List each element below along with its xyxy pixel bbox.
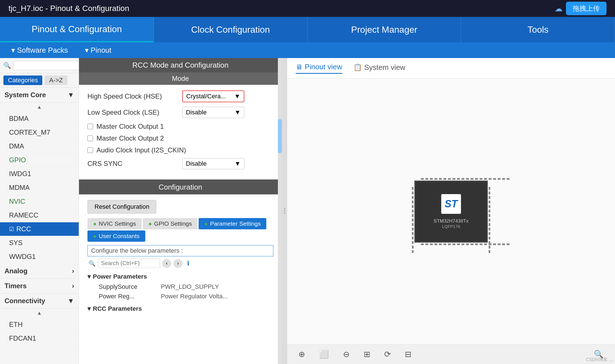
system-icon: 📋 (353, 63, 362, 71)
params-search-input[interactable] (98, 259, 160, 268)
zoom-out-button[interactable]: ⊖ (340, 348, 352, 361)
search-input[interactable] (13, 61, 79, 70)
hse-label: High Speed Clock (HSE) (87, 92, 178, 100)
filter-az[interactable]: A->Z (45, 76, 67, 85)
section-header-analog[interactable]: Analog › (0, 264, 79, 279)
tab-system-view[interactable]: 📋 System view (353, 63, 405, 74)
chip-body: ST STM32H743IITx LQFP176 (414, 181, 488, 243)
section-header-connectivity[interactable]: Connectivity ▼ (0, 294, 79, 308)
right-panel: 🖥 Pinout view 📋 System view (287, 58, 615, 364)
params-label: Configure the below parameters : (87, 245, 273, 256)
section-header-system-core[interactable]: System Core ▼ (0, 88, 79, 103)
scrollbar-thumb[interactable] (278, 119, 282, 153)
nav-pinout[interactable]: ▾ Pinout (85, 46, 111, 55)
search-icon2: 🔍 (89, 260, 96, 267)
sidebar-item-mdma[interactable]: MDMA (0, 181, 79, 195)
mco2-checkbox[interactable] (87, 136, 93, 141)
sidebar-item-dma[interactable]: DMA (0, 139, 79, 153)
title-bar: tjc_H7.ioc - Pinout & Configuration ☁ 拖拽… (0, 0, 615, 17)
search-icon: 🔍 (3, 62, 11, 69)
hse-row: High Speed Clock (HSE) Crystal/Cera... ▼ (87, 90, 273, 102)
tree-header-rcc[interactable]: ▾ RCC Parameters (87, 303, 273, 314)
mode-section: High Speed Clock (HSE) Crystal/Cera... ▼… (79, 85, 282, 179)
section-timers: Timers › (0, 279, 79, 294)
tree-header-power[interactable]: ▾ Power Parameters (87, 271, 273, 282)
chevron-right-icon: › (72, 282, 74, 290)
rotate-button[interactable]: ⟳ (381, 348, 394, 361)
tab-nvic-settings[interactable]: ● NVIC Settings (87, 218, 142, 229)
nvic-dot-icon: ● (93, 221, 96, 227)
checkbox-icon: ☑ (9, 226, 14, 232)
chevron-down-icon: ▼ (67, 91, 74, 99)
sidebar-item-sys[interactable]: SYS (0, 236, 79, 250)
mco1-checkbox[interactable] (87, 124, 93, 129)
tab-project-manager[interactable]: Project Manager (308, 17, 461, 42)
mco1-label: Master Clock Output 1 (96, 123, 164, 130)
tab-pinout-view[interactable]: 🖥 Pinout view (296, 63, 342, 74)
pins-top (420, 177, 510, 181)
audio-label: Audio Clock Input (I2S_CKIN) (96, 146, 186, 154)
audio-checkbox[interactable] (87, 147, 93, 153)
pins-left (411, 186, 414, 254)
grid-button[interactable]: ⊟ (402, 348, 414, 361)
mode-header: Mode (79, 72, 282, 85)
sidebar-item-eth[interactable]: ETH (0, 318, 79, 332)
sidebar-item-fdcan1[interactable]: FDCAN1 (0, 332, 79, 345)
mco2-row: Master Clock Output 2 (87, 134, 273, 142)
sidebar-item-gpio[interactable]: GPIO (0, 153, 79, 167)
sidebar-item-bdma[interactable]: BDMA (0, 112, 79, 126)
scroll-up-arrow[interactable]: ▲ (0, 103, 79, 112)
filter-categories[interactable]: Categories (3, 76, 42, 85)
sidebar-item-rcc[interactable]: ☑ RCC (0, 222, 79, 236)
sidebar-item-wwdg1[interactable]: WWDG1 (0, 250, 79, 264)
gpio-dot-icon: ● (148, 221, 152, 227)
config-header: Configuration (79, 180, 282, 194)
sidebar-item-nvic[interactable]: NVIC (0, 195, 79, 208)
tab-user-constants[interactable]: ● User Constants (87, 230, 145, 242)
pins-bottom (420, 243, 510, 246)
bottom-toolbar: ⊕ ⬜ ⊖ ⊞ ⟳ ⊟ 🔍 (287, 344, 615, 364)
chip-area: ST STM32H743IITx LQFP176 (287, 79, 615, 344)
section-header-timers[interactable]: Timers › (0, 279, 79, 294)
lse-label: Low Speed Clock (LSE) (87, 108, 178, 116)
scroll-up-arrow2[interactable]: ▲ (0, 308, 79, 318)
lse-select[interactable]: Disable ▼ (182, 107, 244, 118)
user-dot-icon: ● (93, 233, 96, 239)
next-arrow-button[interactable]: › (173, 259, 183, 268)
chip-name: STM32H743IITx (434, 218, 469, 224)
tab-parameter-settings[interactable]: ● Parameter Settings (199, 218, 266, 229)
panel-divider[interactable] (282, 58, 287, 364)
scrollbar-track[interactable] (278, 58, 282, 364)
chip-wrapper: ST STM32H743IITx LQFP176 (414, 181, 488, 243)
dropdown-arrow-icon: ▼ (234, 109, 241, 116)
tab-clock-config[interactable]: Clock Configuration (154, 17, 308, 42)
fit-button[interactable]: ⬜ (316, 348, 332, 361)
tab-tools[interactable]: Tools (461, 17, 615, 42)
prev-arrow-button[interactable]: ‹ (162, 259, 171, 268)
app-title: tjc_H7.ioc - Pinout & Configuration (8, 4, 555, 13)
audio-row: Audio Clock Input (I2S_CKIN) (87, 146, 273, 154)
sidebar-item-cortex-m7[interactable]: CORTEX_M7 (0, 126, 79, 139)
tree-section-rcc: ▾ RCC Parameters (87, 303, 273, 314)
reset-config-button[interactable]: Reset Configuration (87, 200, 156, 214)
move-button[interactable]: ⊞ (361, 348, 373, 361)
crs-select[interactable]: Disable ▼ (182, 158, 244, 169)
secondary-nav: ▾ Software Packs ▾ Pinout (0, 42, 615, 58)
hse-select[interactable]: Crystal/Cera... ▼ (182, 90, 244, 102)
chevron-down-icon: ▼ (67, 297, 74, 305)
zoom-in-button[interactable]: ⊕ (296, 348, 308, 361)
tab-gpio-settings[interactable]: ● GPIO Settings (143, 218, 197, 229)
sidebar-item-iwdg1[interactable]: IWDG1 (0, 167, 79, 181)
params-tree: ▾ Power Parameters SupplySource PWR_LDO_… (87, 271, 273, 314)
upload-button[interactable]: 拖拽上传 (566, 2, 607, 15)
config-section: Configuration Reset Configuration ● NVIC… (79, 179, 282, 322)
sidebar-item-ramecc[interactable]: RAMECC (0, 208, 79, 222)
chevron-down-icon: ▾ (87, 273, 91, 280)
nav-software-packs[interactable]: ▾ Software Packs (11, 46, 68, 55)
config-body: Reset Configuration ● NVIC Settings ● GP… (79, 194, 282, 322)
center-panel: RCC Mode and Configuration Mode High Spe… (79, 58, 282, 364)
rcc-mode-config-header: RCC Mode and Configuration (79, 58, 282, 72)
cloud-icon: ☁ (555, 4, 563, 13)
tab-pinout-config[interactable]: Pinout & Configuration (0, 17, 154, 42)
dropdown-arrow-icon: ▼ (234, 93, 240, 100)
